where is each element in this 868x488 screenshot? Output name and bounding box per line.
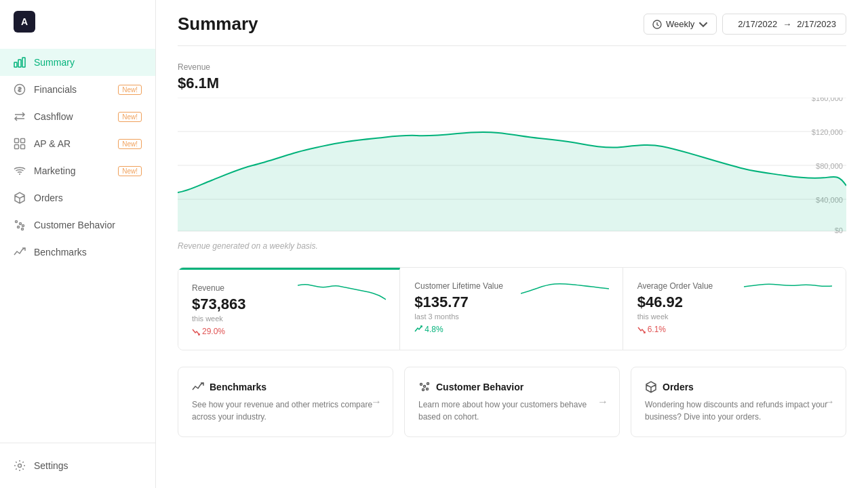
sidebar-item-settings[interactable]: Settings <box>14 454 142 477</box>
metric-value-aov: $46.92 <box>637 293 683 311</box>
period-selector[interactable]: Weekly <box>644 14 717 35</box>
svg-rect-2 <box>22 58 25 67</box>
clock-icon <box>652 20 662 29</box>
metric-change-value-aov: 6.1% <box>648 325 666 334</box>
metric-change-value-clv: 4.8% <box>425 325 443 334</box>
sidebar-item-ap-ar[interactable]: AP & AR New! <box>0 130 155 157</box>
info-card-benchmarks[interactable]: Benchmarks See how your revenue and othe… <box>178 367 393 437</box>
info-card-header-customer-behavior: Customer Behavior <box>418 381 606 393</box>
metric-period-clv: last 3 months <box>414 312 469 321</box>
sidebar-label-financials: Financials <box>34 84 77 95</box>
svg-point-43 <box>427 388 429 390</box>
sidebar-label-ap-ar: AP & AR <box>34 138 71 149</box>
svg-point-41 <box>427 383 429 385</box>
period-label: Weekly <box>666 19 694 29</box>
dollar-icon <box>14 83 26 96</box>
financials-badge: New! <box>118 85 142 95</box>
sidebar-nav: Summary Financials New! Cashflow New! <box>0 43 155 443</box>
svg-point-9 <box>16 221 18 223</box>
app-logo[interactable]: A <box>14 11 35 33</box>
info-card-header-orders: Orders <box>645 381 832 393</box>
trend-down-icon-2 <box>637 325 646 333</box>
svg-point-14 <box>18 464 22 468</box>
bar-chart-icon <box>14 56 26 68</box>
svg-point-39 <box>420 384 422 386</box>
header-controls: Weekly 2/17/2022 → 2/17/2023 <box>644 14 846 35</box>
svg-point-42 <box>422 389 425 391</box>
main-content: Summary Weekly 2/17/2022 → 2/17/2023 Rev… <box>156 0 868 488</box>
settings-label: Settings <box>34 460 68 471</box>
benchmarks-card-icon <box>192 381 204 393</box>
sidebar-label-marketing: Marketing <box>34 165 75 176</box>
svg-rect-0 <box>14 62 17 67</box>
sidebar: A Summary Financials New! <box>0 0 156 488</box>
sidebar-label-summary: Summary <box>34 57 75 68</box>
revenue-chart: $160,000 $120,000 $80,000 $40,000 $0 Mar… <box>178 98 846 233</box>
revenue-chart-container: $160,000 $120,000 $80,000 $40,000 $0 Mar… <box>178 98 846 251</box>
date-range-selector[interactable]: 2/17/2022 → 2/17/2023 <box>722 14 846 35</box>
sidebar-logo: A <box>0 0 155 43</box>
date-arrow: → <box>783 19 791 29</box>
svg-rect-5 <box>21 139 25 143</box>
customer-behavior-card-icon <box>418 381 431 393</box>
ap-ar-badge: New! <box>118 139 142 149</box>
info-card-title-orders: Orders <box>663 382 694 392</box>
svg-point-11 <box>18 226 20 228</box>
metric-change-value-revenue: 29.0% <box>202 327 225 336</box>
info-card-header-benchmarks: Benchmarks <box>192 381 379 393</box>
metric-value-revenue: $73,863 <box>192 296 246 313</box>
clv-sparkline <box>521 273 609 303</box>
scatter-icon <box>14 219 26 231</box>
chart-note: Revenue generated on a weekly basis. <box>178 241 846 251</box>
revenue-value: $6.1M <box>178 75 846 92</box>
metric-value-clv: $135.77 <box>414 293 469 311</box>
revenue-section: Revenue $6.1M <box>178 46 846 92</box>
svg-text:$160,000: $160,000 <box>812 98 843 102</box>
revenue-label: Revenue <box>178 62 846 72</box>
info-card-desc-orders: Wondering how discounts and refunds impa… <box>645 399 832 423</box>
metrics-row: Revenue $73,863 this week 29.0% <box>178 267 846 350</box>
metric-card-clv[interactable]: Customer Lifetime Value $135.77 last 3 m… <box>401 268 623 350</box>
svg-point-13 <box>22 228 24 230</box>
metric-change-clv: 4.8% <box>414 325 469 334</box>
sidebar-item-marketing[interactable]: Marketing New! <box>0 157 155 184</box>
benchmarks-arrow-icon: → <box>371 396 382 408</box>
cashflow-badge: New! <box>118 112 142 122</box>
sidebar-item-orders[interactable]: Orders <box>0 184 155 211</box>
orders-arrow-icon: → <box>824 396 835 408</box>
info-card-title-benchmarks: Benchmarks <box>210 382 267 392</box>
metric-card-revenue[interactable]: Revenue $73,863 this week 29.0% <box>178 268 400 350</box>
svg-point-8 <box>19 174 20 175</box>
page-title: Summary <box>178 14 258 35</box>
sidebar-item-summary[interactable]: Summary <box>0 49 155 76</box>
arrows-icon <box>14 110 26 123</box>
metric-period-aov: this week <box>637 312 683 321</box>
trending-icon <box>14 246 26 258</box>
sidebar-item-customer-behavior[interactable]: Customer Behavior <box>0 211 155 239</box>
sidebar-item-cashflow[interactable]: Cashflow New! <box>0 103 155 130</box>
info-card-customer-behavior[interactable]: Customer Behavior Learn more about how y… <box>404 367 620 437</box>
sidebar-item-benchmarks[interactable]: Benchmarks <box>0 239 155 266</box>
sidebar-item-financials[interactable]: Financials New! <box>0 76 155 103</box>
metric-card-aov[interactable]: Average Order Value $46.92 this week 6.1… <box>624 268 846 350</box>
svg-text:$80,000: $80,000 <box>816 162 843 170</box>
gear-icon <box>14 460 26 472</box>
info-card-title-customer-behavior: Customer Behavior <box>436 382 524 392</box>
info-card-desc-customer-behavior: Learn more about how your customers beha… <box>418 399 606 423</box>
sidebar-label-orders: Orders <box>34 192 63 203</box>
orders-card-icon <box>645 381 657 393</box>
svg-rect-4 <box>15 139 19 143</box>
trend-down-icon <box>192 327 200 336</box>
sidebar-label-customer-behavior: Customer Behavior <box>34 220 115 230</box>
sidebar-label-benchmarks: Benchmarks <box>34 247 87 258</box>
box-icon <box>14 192 26 204</box>
revenue-sparkline <box>298 275 386 305</box>
date-from: 2/17/2022 <box>738 19 777 29</box>
info-card-desc-benchmarks: See how your revenue and other metrics c… <box>192 399 379 423</box>
svg-rect-1 <box>18 60 21 67</box>
info-card-orders[interactable]: Orders Wondering how discounts and refun… <box>631 367 846 437</box>
customer-behavior-arrow-icon: → <box>597 396 608 408</box>
wifi-icon <box>14 165 26 177</box>
svg-point-10 <box>20 223 22 225</box>
svg-rect-7 <box>21 145 25 149</box>
